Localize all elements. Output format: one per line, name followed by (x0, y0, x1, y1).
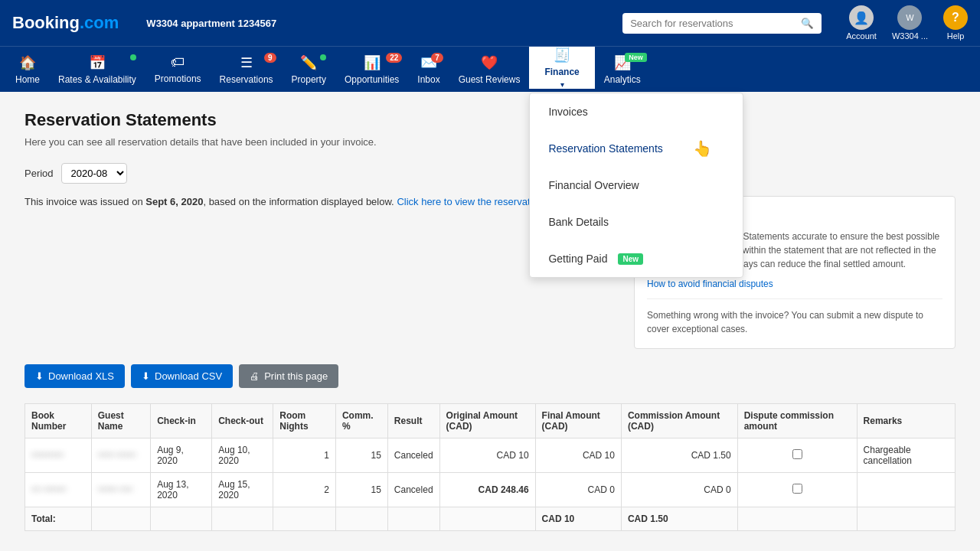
nav-property[interactable]: ✏️ Property (283, 47, 335, 92)
total-commission: CAD 1.50 (621, 507, 737, 531)
th-dispute-commission: Dispute commission amount (737, 404, 857, 439)
cell-result: Canceled (387, 473, 439, 507)
property-dot (320, 54, 326, 60)
download-csv-button[interactable]: ⬇ Download CSV (131, 364, 233, 388)
data-table: Book Number Guest Name Check-in Check-ou… (24, 403, 956, 531)
th-checkout: Check-out (212, 404, 273, 439)
analytics-new-badge: New (625, 53, 647, 62)
dispute-checkbox[interactable] (792, 449, 802, 459)
logo[interactable]: Booking.com (12, 13, 119, 33)
content-row: This invoice was issued on Sept 6, 2020,… (24, 196, 956, 349)
cell-remarks: Chargeable cancellation (857, 439, 955, 473)
nav-rates[interactable]: 📅 Rates & Availability (49, 47, 145, 92)
reservations-badge: 9 (264, 53, 276, 63)
how-to-avoid-link[interactable]: How to avoid financial disputes (647, 279, 773, 289)
rates-dot (130, 54, 136, 60)
cell-comm: 15 (335, 439, 387, 473)
home-icon: 🏠 (19, 54, 36, 71)
cell-dispute (737, 439, 857, 473)
cell-original: CAD 248.46 (439, 473, 535, 507)
finance-getting-paid[interactable]: Getting Paid New (530, 240, 743, 277)
cell-checkin: Aug 9, 2020 (151, 439, 212, 473)
nav-home[interactable]: 🏠 Home (6, 47, 49, 92)
rates-icon: 📅 (89, 54, 106, 71)
nav-promotions[interactable]: 🏷 Promotions (145, 47, 211, 92)
cell-nights: 1 (273, 439, 336, 473)
help-icon: ? (943, 5, 968, 30)
cell-checkin: Aug 13, 2020 (151, 473, 212, 507)
cursor-icon: 👆 (693, 139, 712, 158)
th-remarks: Remarks (857, 404, 955, 439)
table-total-row: Total: CAD 10 CAD 1.50 (25, 507, 956, 531)
nav-guest-reviews[interactable]: ❤️ Guest Reviews (449, 47, 530, 92)
th-comm: Comm. % (335, 404, 387, 439)
logo-text: Booking.com (12, 13, 119, 33)
cell-nights: 2 (273, 473, 336, 507)
cell-guest-name: •••••• •••• (91, 473, 150, 507)
promotions-icon: 🏷 (171, 54, 185, 70)
view-reservations-link[interactable]: Click here to view the reservations (397, 196, 548, 207)
cell-comm: 15 (335, 473, 387, 507)
page-subtitle: Here you can see all reservation details… (24, 136, 956, 148)
guest-reviews-icon: ❤️ (481, 54, 498, 71)
nav-analytics[interactable]: 📈 Analytics New (595, 47, 650, 92)
th-final-amount: Final Amount (CAD) (535, 404, 621, 439)
main-content: Reservation Statements Here you can see … (0, 92, 980, 551)
action-buttons: ⬇ Download XLS ⬇ Download CSV 🖨 Print th… (24, 364, 956, 388)
th-original-amount: Original Amount (CAD) (439, 404, 535, 439)
print-button[interactable]: 🖨 Print this page (239, 364, 338, 388)
inbox-badge: 7 (431, 53, 443, 63)
nav-reservations[interactable]: ☰ Reservations 9 (211, 47, 283, 92)
help-nav-item[interactable]: ? Help (943, 5, 968, 41)
cell-final: CAD 0 (535, 473, 621, 507)
th-guest-name: Guest Name (91, 404, 150, 439)
w3304-nav-item[interactable]: W W3304 ... (892, 5, 928, 41)
cell-book-number: •••••••••• (25, 439, 92, 473)
finance-icon: 🧾 (554, 47, 570, 64)
opportunities-icon: 📊 (364, 54, 381, 71)
search-bar[interactable]: 🔍 (622, 13, 822, 34)
print-icon: 🖨 (250, 370, 260, 382)
table-row: ••• ••••••• •••••• •••• Aug 13, 2020 Aug… (25, 473, 956, 507)
download-csv-icon: ⬇ (142, 370, 150, 382)
th-result: Result (387, 404, 439, 439)
account-icon: 👤 (849, 5, 874, 30)
table-header-row: Book Number Guest Name Check-in Check-ou… (25, 404, 956, 439)
cell-result: Canceled (387, 439, 439, 473)
total-label: Total: (25, 507, 92, 531)
property-nav-icon: ✏️ (300, 54, 317, 71)
download-xls-button[interactable]: ⬇ Download XLS (24, 364, 125, 388)
cell-guest-name: ••••• •••••• (91, 439, 150, 473)
period-select[interactable]: 2020-08 2020-07 2020-06 (61, 163, 127, 184)
th-book-number: Book Number (25, 404, 92, 439)
top-bar: Booking.com W3304 appartment 1234567 🔍 👤… (0, 0, 980, 46)
finance-financial-overview[interactable]: Financial Overview (530, 167, 743, 204)
cell-dispute (737, 473, 857, 507)
cell-commission: CAD 0 (621, 473, 737, 507)
nav-inbox[interactable]: ✉️ Inbox 7 (408, 47, 449, 92)
search-button[interactable]: 🔍 (801, 18, 814, 29)
dispute-footer: Something wrong with the invoice? You ca… (647, 308, 942, 336)
th-room-nights: Room Nights (273, 404, 336, 439)
getting-paid-new-badge: New (618, 253, 643, 265)
dispute-checkbox[interactable] (792, 484, 802, 494)
invoice-date: Sept 6, 2020 (145, 196, 203, 207)
account-nav-item[interactable]: 👤 Account (846, 5, 877, 41)
cell-book-number: ••• ••••••• (25, 473, 92, 507)
cell-checkout: Aug 15, 2020 (212, 473, 273, 507)
property-icon: W (897, 5, 922, 30)
nav-opportunities[interactable]: 📊 Opportunities 22 (335, 47, 408, 92)
period-row: Period 2020-08 2020-07 2020-06 (24, 163, 956, 184)
cell-remarks (857, 473, 955, 507)
finance-invoices[interactable]: Invoices (530, 93, 743, 130)
finance-bank-details[interactable]: Bank Details (530, 204, 743, 240)
finance-reservation-statements[interactable]: Reservation Statements 👆 (530, 130, 743, 167)
nav-bar: 🏠 Home 📅 Rates & Availability 🏷 Promotio… (0, 46, 980, 92)
th-checkin: Check-in (151, 404, 212, 439)
nav-finance[interactable]: 🧾 Finance ▾ (529, 47, 594, 89)
property-name: W3304 appartment 1234567 (146, 18, 276, 29)
table-row: •••••••••• ••••• •••••• Aug 9, 2020 Aug … (25, 439, 956, 473)
page-title: Reservation Statements (24, 110, 956, 130)
total-final: CAD 10 (535, 507, 621, 531)
search-input[interactable] (630, 18, 795, 29)
